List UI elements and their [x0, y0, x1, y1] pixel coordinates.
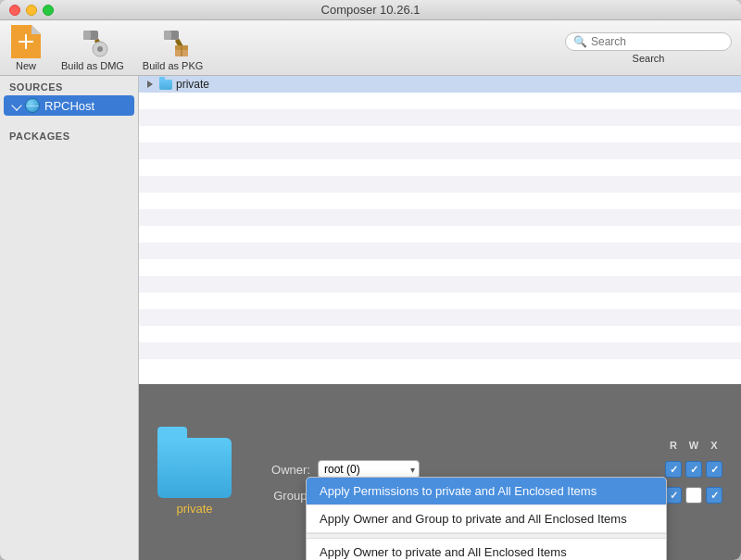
- table-row: [139, 259, 741, 276]
- table-row: [139, 326, 741, 342]
- build-pkg-button[interactable]: Build as PKG: [143, 25, 203, 71]
- owner-select[interactable]: root (0): [318, 460, 420, 479]
- owner-select-wrapper[interactable]: root (0) ▾: [318, 460, 420, 479]
- main-window: Composer 10.26.1 New: [0, 0, 741, 560]
- folder-arrow-icon: [144, 79, 156, 90]
- table-row: [139, 159, 741, 176]
- owner-label: Owner:: [259, 463, 310, 477]
- window-title: Composer 10.26.1: [321, 3, 421, 17]
- bottom-panel: private R W X: [139, 384, 741, 560]
- search-label: Search: [633, 53, 665, 64]
- table-row: [139, 276, 741, 292]
- build-dmg-label: Build as DMG: [61, 60, 124, 71]
- build-dmg-icon: [76, 25, 109, 58]
- table-row: [139, 126, 741, 143]
- svg-rect-11: [164, 31, 171, 40]
- main-content: SOURCES RPCHost PACKAGES private: [0, 76, 741, 560]
- file-row-name: private: [176, 78, 209, 91]
- owner-r-checkbox[interactable]: [665, 461, 682, 478]
- table-row: [139, 93, 741, 109]
- search-box[interactable]: 🔍: [565, 32, 732, 51]
- build-dmg-button[interactable]: Build as DMG: [61, 25, 124, 71]
- new-label: New: [16, 60, 36, 71]
- folder-container: private: [157, 429, 232, 516]
- owner-x-checkbox[interactable]: [706, 461, 722, 478]
- group-checkboxes: [665, 487, 722, 504]
- maximize-button[interactable]: [43, 5, 54, 16]
- file-list: private: [139, 76, 741, 384]
- x-header: X: [706, 440, 722, 451]
- sidebar: SOURCES RPCHost PACKAGES: [0, 76, 139, 560]
- window-controls: [9, 5, 54, 16]
- title-bar: Composer 10.26.1: [0, 0, 741, 20]
- table-row: [139, 292, 741, 309]
- permissions-area: R W X Owner: root (0): [259, 440, 722, 504]
- dropdown-menu: Apply Permissions to private and All Enc…: [306, 477, 667, 560]
- new-button[interactable]: New: [9, 25, 43, 71]
- search-icon: 🔍: [573, 35, 587, 48]
- sources-header: SOURCES: [0, 76, 138, 95]
- folder-icon-large: [157, 438, 232, 498]
- table-row: [139, 243, 741, 259]
- right-panel: private: [139, 76, 741, 560]
- group-w-checkbox[interactable]: [685, 487, 702, 504]
- globe-icon: [25, 98, 40, 113]
- group-x-checkbox[interactable]: [706, 487, 722, 504]
- table-row: [139, 226, 741, 243]
- svg-rect-6: [83, 31, 91, 40]
- svg-point-8: [97, 46, 103, 52]
- table-row[interactable]: private: [139, 76, 741, 93]
- minimize-button[interactable]: [26, 5, 37, 16]
- owner-checkboxes: [665, 461, 722, 478]
- search-input[interactable]: [591, 35, 721, 48]
- table-row: [139, 143, 741, 159]
- svg-marker-1: [31, 25, 41, 34]
- table-row: [139, 193, 741, 209]
- folder-name: private: [176, 502, 212, 516]
- permissions-header-row: R W X: [259, 440, 722, 451]
- dropdown-item-apply-owner-group[interactable]: Apply Owner and Group to private and All…: [307, 505, 666, 533]
- rwx-header: R W X: [665, 440, 722, 451]
- r-header: R: [665, 440, 682, 451]
- table-row: [139, 209, 741, 226]
- owner-w-checkbox[interactable]: [685, 461, 702, 478]
- toolbar: New Build as DMG: [0, 20, 741, 76]
- close-button[interactable]: [9, 5, 20, 16]
- sidebar-item-rpchost-label: RPCHost: [44, 99, 94, 113]
- folder-icon: [159, 80, 172, 90]
- dropdown-item-apply-owner[interactable]: Apply Owner to private and All Enclosed …: [307, 539, 666, 560]
- packages-header: PACKAGES: [0, 125, 138, 144]
- table-row: [139, 342, 741, 359]
- owner-row: Owner: root (0) ▾: [259, 460, 722, 479]
- search-container: 🔍 Search: [565, 32, 732, 64]
- group-r-checkbox[interactable]: [665, 487, 682, 504]
- w-header: W: [685, 440, 702, 451]
- dropdown-item-apply-all[interactable]: Apply Permissions to private and All Enc…: [307, 478, 666, 505]
- chevron-down-icon: [11, 100, 21, 110]
- sidebar-item-rpchost[interactable]: RPCHost: [4, 95, 134, 116]
- new-icon: [9, 25, 43, 58]
- bottom-panel-content: private R W X: [139, 384, 741, 560]
- group-label: Group:: [259, 489, 310, 503]
- table-row: [139, 309, 741, 326]
- table-row: [139, 176, 741, 193]
- build-pkg-label: Build as PKG: [143, 60, 203, 71]
- table-row: [139, 359, 741, 376]
- table-row: [139, 109, 741, 126]
- build-pkg-icon: [157, 25, 190, 58]
